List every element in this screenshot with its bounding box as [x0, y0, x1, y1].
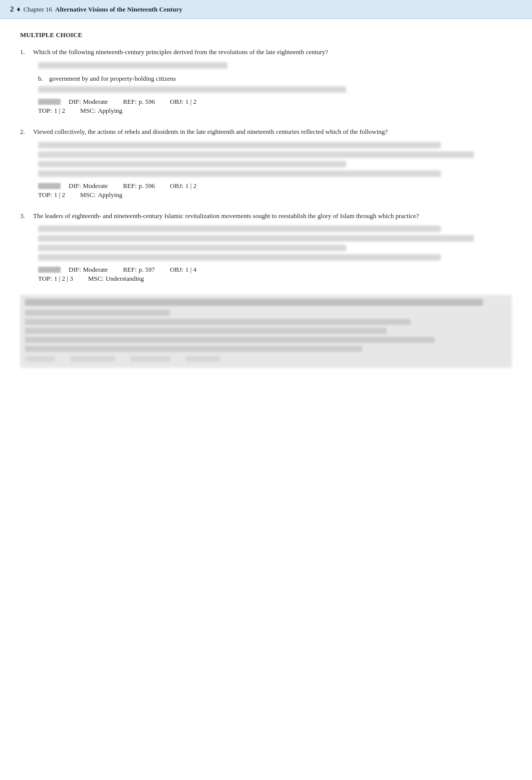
question-3-number: 3. — [20, 211, 30, 221]
blurred-opt-2c — [38, 161, 346, 167]
top-label-2: TOP: — [38, 191, 52, 199]
blurred-opt-3b — [38, 235, 474, 242]
ref-label-2: REF: — [123, 182, 136, 190]
dif-value-3: Moderate — [83, 266, 108, 274]
q4-line-4 — [25, 337, 435, 343]
q4-line-1 — [25, 310, 170, 316]
question-2-text: 2. Viewed collectively, the actions of r… — [20, 127, 512, 137]
msc-value-1: Applying — [98, 107, 122, 115]
section-heading: MULTIPLE CHOICE — [20, 31, 512, 39]
question-1-number: 1. — [20, 47, 30, 57]
q4-line-3 — [25, 328, 387, 334]
question-3-body: The leaders of eighteenth- and nineteent… — [33, 211, 419, 221]
top-label-1: TOP: — [38, 107, 52, 115]
answer-text-b: government by and for property-holding c… — [49, 74, 176, 84]
msc-label-1: MSC: — [80, 107, 96, 115]
answer-letter-b: b. — [38, 74, 46, 84]
top-value-3: 1 | 2 | 3 — [54, 275, 73, 283]
question-2-meta: DIF: Moderate REF: p. 596 OBJ: 1 | 2 TOP… — [38, 182, 512, 199]
question-2-blurred-options — [38, 142, 512, 177]
blurred-opt-2a — [38, 142, 441, 148]
question-2-body: Viewed collectively, the actions of rebe… — [33, 127, 388, 137]
msc-label-2: MSC: — [80, 191, 96, 199]
msc-value-3: Understanding — [106, 275, 144, 283]
msc-label-3: MSC: — [88, 275, 104, 283]
ref-label-1: REF: — [123, 98, 136, 106]
top-value-1: 1 | 2 — [54, 107, 65, 115]
dif-label-2: DIF: — [69, 182, 81, 190]
question-2-number: 2. — [20, 127, 30, 137]
meta-row-2: TOP: 1 | 2 MSC: Applying — [38, 107, 512, 115]
obj-value-2: 1 | 2 — [185, 182, 196, 190]
q4-meta-row — [25, 356, 507, 364]
answer-tag-blurred — [38, 99, 61, 105]
blurred-opt-3d — [38, 254, 441, 261]
obj-value-3: 1 | 4 — [185, 266, 196, 274]
q4-meta-2 — [70, 356, 115, 362]
blurred-opt-3a — [38, 226, 441, 232]
question-4 — [20, 295, 512, 368]
question-3: 3. The leaders of eighteenth- and ninete… — [20, 211, 512, 283]
q4-line-2 — [25, 319, 411, 325]
chapter-title: Alternative Visions of the Nineteenth Ce… — [55, 6, 182, 14]
question-2: 2. Viewed collectively, the actions of r… — [20, 127, 512, 199]
meta-row-3-2: TOP: 1 | 2 | 3 MSC: Understanding — [38, 275, 512, 283]
question-1-body: Which of the following nineteenth-centur… — [33, 47, 328, 57]
dif-value-2: Moderate — [83, 182, 108, 190]
msc-value-2: Applying — [98, 191, 122, 199]
top-value-2: 1 | 2 — [54, 191, 65, 199]
question-4-blurred-block — [20, 295, 512, 368]
answer-tag-blurred-2 — [38, 183, 61, 189]
q4-title-line — [25, 299, 483, 306]
q4-meta-1 — [25, 356, 55, 362]
header-bullet: ♦ — [17, 6, 21, 14]
answer-tag-blurred-3 — [38, 267, 61, 273]
meta-row-1: DIF: Moderate REF: p. 596 OBJ: 1 | 2 — [38, 98, 512, 106]
dif-label-1: DIF: — [69, 98, 81, 106]
page-number: 2 — [10, 5, 14, 14]
question-3-blurred-options — [38, 226, 512, 261]
obj-label-2: OBJ: — [170, 182, 183, 190]
chapter-label: Chapter 16 — [24, 6, 52, 14]
question-1: 1. Which of the following nineteenth-cen… — [20, 47, 512, 115]
blurred-option-c — [38, 86, 346, 93]
question-3-text: 3. The leaders of eighteenth- and ninete… — [20, 211, 512, 221]
blurred-opt-2d — [38, 170, 441, 177]
question-1-meta: DIF: Moderate REF: p. 596 OBJ: 1 | 2 TOP… — [38, 98, 512, 115]
blurred-opt-2b — [38, 151, 474, 158]
obj-value-1: 1 | 2 — [185, 98, 196, 106]
q4-meta-4 — [185, 356, 220, 362]
top-label-3: TOP: — [38, 275, 52, 283]
dif-label-3: DIF: — [69, 266, 81, 274]
ref-value-1: p. 596 — [139, 98, 155, 106]
question-1-blurred-options — [38, 62, 512, 69]
q4-meta-3 — [130, 356, 170, 362]
question-1-answer-b: b. government by and for property-holdin… — [38, 74, 512, 84]
obj-label-3: OBJ: — [170, 266, 183, 274]
q4-line-5 — [25, 346, 362, 352]
obj-label-1: OBJ: — [170, 98, 183, 106]
meta-row-2-2: TOP: 1 | 2 MSC: Applying — [38, 191, 512, 199]
page-header: 2 ♦ Chapter 16 Alternative Visions of th… — [0, 0, 532, 19]
meta-row-3-1: DIF: Moderate REF: p. 597 OBJ: 1 | 4 — [38, 266, 512, 274]
ref-label-3: REF: — [123, 266, 136, 274]
meta-row-2-1: DIF: Moderate REF: p. 596 OBJ: 1 | 2 — [38, 182, 512, 190]
ref-value-2: p. 596 — [139, 182, 155, 190]
question-1-blurred-options-cd — [38, 86, 512, 93]
blurred-option-a — [38, 62, 227, 69]
blurred-opt-3c — [38, 245, 346, 251]
ref-value-3: p. 597 — [139, 266, 155, 274]
question-1-text: 1. Which of the following nineteenth-cen… — [20, 47, 512, 57]
dif-value-1: Moderate — [83, 98, 108, 106]
main-content: MULTIPLE CHOICE 1. Which of the followin… — [0, 19, 532, 400]
question-3-meta: DIF: Moderate REF: p. 597 OBJ: 1 | 4 TOP… — [38, 266, 512, 283]
